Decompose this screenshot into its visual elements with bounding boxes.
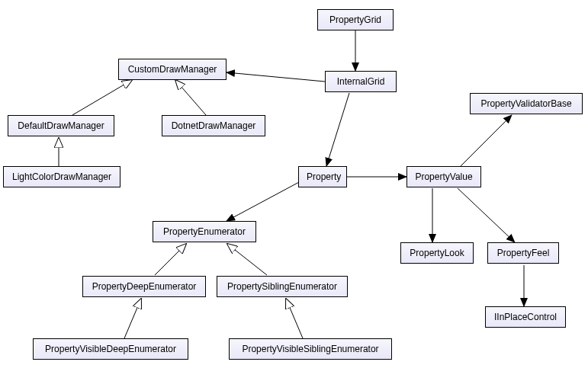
edge-propertysiblingenumerator-propertyenumerator: [227, 244, 267, 275]
node-iinplacecontrol: IInPlaceControl: [485, 306, 566, 328]
edge-internalgrid-property: [326, 93, 349, 166]
edge-propertyvalue-propertyfeel: [458, 188, 515, 242]
node-propertyfeel: PropertyFeel: [487, 242, 559, 264]
edge-propertyvalue-propertyvalidatorbase: [461, 115, 512, 166]
node-lightcolordrawmanager: LightColorDrawManager: [3, 166, 120, 187]
node-dotnetdrawmanager: DotnetDrawManager: [162, 115, 265, 136]
edge-property-propertyenumerator: [227, 181, 300, 221]
node-propertygrid: PropertyGrid: [317, 9, 394, 30]
node-defaultdrawmanager: DefaultDrawManager: [8, 115, 114, 136]
node-propertyvalidatorbase: PropertyValidatorBase: [470, 93, 583, 114]
edge-dotnetdrawmanager-customdrawmanager: [175, 80, 206, 115]
node-customdrawmanager: CustomDrawManager: [118, 59, 227, 80]
edge-propertydeepenumerator-propertyenumerator: [155, 244, 186, 275]
node-propertyvalue: PropertyValue: [406, 166, 481, 187]
edge-defaultdrawmanager-customdrawmanager: [72, 80, 132, 115]
node-internalgrid: InternalGrid: [325, 71, 397, 92]
node-propertydeepenumerator: PropertyDeepEnumerator: [82, 276, 206, 297]
node-propertylook: PropertyLook: [400, 242, 474, 264]
node-propertysiblingenumerator: PropertySiblingEnumerator: [217, 276, 348, 297]
node-propertyvisiblesiblingenumerator: PropertyVisibleSiblingEnumerator: [229, 338, 392, 360]
node-property: Property: [298, 166, 347, 187]
edge-internalgrid-customdrawmanager: [227, 72, 325, 82]
edge-propertyvisiblesiblingenumerator-propertysiblingenumerator: [286, 299, 303, 338]
edge-propertyvisibledeepenumerator-propertydeepenumerator: [124, 299, 141, 338]
node-propertyenumerator: PropertyEnumerator: [153, 221, 256, 242]
node-propertyvisibledeepenumerator: PropertyVisibleDeepEnumerator: [33, 338, 188, 360]
